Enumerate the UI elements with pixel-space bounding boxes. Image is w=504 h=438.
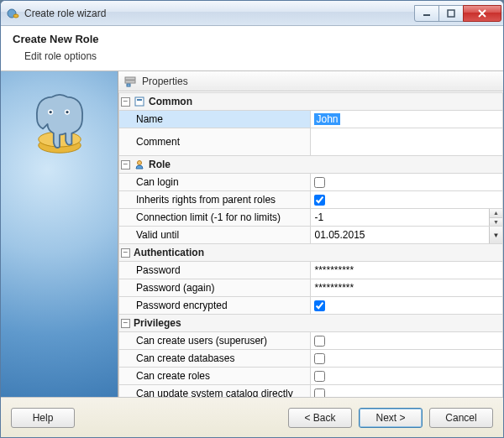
label-inherits[interactable]: Inherits rights from parent roles — [119, 191, 310, 208]
group-priv-label: Privileges — [134, 317, 181, 329]
close-button[interactable] — [463, 5, 501, 22]
svg-rect-11 — [125, 81, 135, 83]
back-button[interactable]: < Back — [288, 408, 352, 428]
cancel-button[interactable]: Cancel — [429, 408, 493, 428]
minimize-button[interactable] — [414, 5, 439, 22]
svg-rect-10 — [125, 77, 135, 80]
wizard-header: Create New Role Edit role options — [1, 26, 503, 71]
label-superuser[interactable]: Can create users (superuser) — [119, 332, 310, 349]
checkbox-inherits[interactable] — [314, 195, 325, 206]
common-group-icon — [134, 96, 145, 107]
collapse-toggle-common[interactable]: − — [121, 97, 130, 107]
spinner-conn-limit[interactable]: ▲▼ — [489, 209, 502, 226]
label-create-db[interactable]: Can create databases — [119, 350, 310, 367]
input-valid-until[interactable]: 01.05.2015 ▼ — [311, 227, 502, 243]
properties-title: Properties — [142, 76, 188, 87]
app-icon — [6, 7, 19, 20]
help-button[interactable]: Help — [11, 408, 75, 428]
checkbox-create-roles[interactable] — [314, 371, 325, 382]
svg-point-1 — [13, 14, 18, 18]
input-conn-limit[interactable]: -1 ▲▼ — [311, 209, 502, 226]
page-title: Create New Role — [13, 33, 491, 45]
input-password[interactable]: ********** — [311, 262, 502, 279]
dropdown-valid-until[interactable]: ▼ — [489, 227, 502, 243]
properties-header: Properties — [118, 71, 503, 91]
label-can-login[interactable]: Can login — [119, 174, 310, 190]
input-comment[interactable] — [311, 128, 502, 155]
svg-rect-14 — [137, 99, 142, 101]
properties-panel: Properties − Common — [118, 71, 503, 397]
label-password-encrypted[interactable]: Password encrypted — [119, 297, 310, 314]
svg-point-9 — [66, 111, 68, 113]
checkbox-create-db[interactable] — [314, 353, 325, 364]
wizard-sidebar — [1, 71, 118, 397]
svg-point-15 — [138, 161, 142, 165]
label-comment[interactable]: Comment — [119, 128, 310, 155]
svg-rect-13 — [135, 97, 144, 106]
label-name[interactable]: Name — [119, 111, 310, 128]
label-conn-limit[interactable]: Connection limit (-1 for no limits) — [119, 209, 310, 226]
maximize-button[interactable] — [438, 5, 464, 22]
svg-rect-2 — [423, 14, 430, 16]
label-create-roles[interactable]: Can create roles — [119, 368, 310, 384]
next-button[interactable]: Next > — [359, 408, 423, 428]
window: Create role wizard Create New Role Edit … — [0, 0, 504, 438]
window-title: Create role wizard — [24, 8, 415, 19]
label-valid-until[interactable]: Valid until — [119, 227, 310, 243]
group-auth-label: Authentication — [134, 247, 204, 258]
svg-rect-3 — [448, 10, 454, 17]
label-password[interactable]: Password — [119, 262, 310, 279]
collapse-toggle-role[interactable]: − — [121, 160, 130, 169]
checkbox-can-login[interactable] — [314, 177, 325, 188]
properties-grid: − Common Name John Comment — [118, 92, 503, 397]
collapse-toggle-auth[interactable]: − — [121, 248, 130, 258]
checkbox-password-encrypted[interactable] — [314, 300, 325, 311]
postgres-elephant-icon — [22, 86, 97, 162]
label-password-again[interactable]: Password (again) — [119, 279, 310, 296]
input-name[interactable]: John — [311, 111, 502, 128]
group-role-label: Role — [149, 159, 171, 170]
role-group-icon — [134, 159, 145, 170]
input-password-again[interactable]: ********** — [311, 279, 502, 296]
checkbox-update-catalog[interactable] — [314, 388, 325, 398]
svg-point-7 — [49, 111, 51, 113]
svg-rect-12 — [127, 84, 130, 86]
wizard-footer: Help < Back Next > Cancel — [1, 397, 503, 437]
page-subtitle: Edit role options — [24, 50, 491, 62]
properties-icon — [123, 75, 137, 88]
collapse-toggle-priv[interactable]: − — [121, 319, 130, 328]
group-common-label: Common — [149, 96, 192, 107]
checkbox-superuser[interactable] — [314, 336, 325, 347]
titlebar[interactable]: Create role wizard — [1, 1, 503, 26]
label-update-catalog[interactable]: Can update system catalog directly — [119, 385, 310, 397]
